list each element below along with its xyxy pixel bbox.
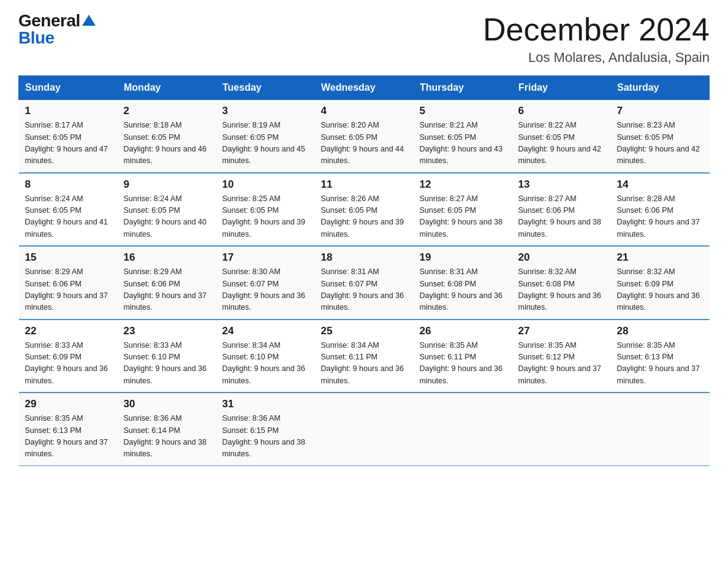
day-number: 26 bbox=[420, 325, 506, 337]
table-row: 9 Sunrise: 8:24 AM Sunset: 6:05 PM Dayli… bbox=[118, 173, 216, 247]
day-info: Sunrise: 8:26 AM Sunset: 6:05 PM Dayligh… bbox=[321, 193, 408, 241]
day-info: Sunrise: 8:22 AM Sunset: 6:05 PM Dayligh… bbox=[518, 120, 605, 167]
day-info: Sunrise: 8:30 AM Sunset: 6:07 PM Dayligh… bbox=[222, 266, 309, 314]
header-monday: Monday bbox=[118, 76, 216, 100]
header-thursday: Thursday bbox=[414, 76, 512, 100]
calendar-header: Sunday Monday Tuesday Wednesday Thursday… bbox=[19, 76, 710, 100]
table-row: 24 Sunrise: 8:34 AM Sunset: 6:10 PM Dayl… bbox=[216, 320, 315, 393]
day-info: Sunrise: 8:33 AM Sunset: 6:10 PM Dayligh… bbox=[124, 340, 210, 388]
header-friday: Friday bbox=[512, 76, 611, 100]
table-row: 13 Sunrise: 8:27 AM Sunset: 6:06 PM Dayl… bbox=[512, 173, 611, 247]
table-row: 8 Sunrise: 8:24 AM Sunset: 6:05 PM Dayli… bbox=[19, 173, 118, 247]
table-row: 21 Sunrise: 8:32 AM Sunset: 6:09 PM Dayl… bbox=[611, 246, 710, 320]
calendar-week-row: 29 Sunrise: 8:35 AM Sunset: 6:13 PM Dayl… bbox=[19, 393, 710, 465]
day-number: 4 bbox=[321, 105, 408, 117]
table-row bbox=[414, 393, 512, 465]
table-row: 5 Sunrise: 8:21 AM Sunset: 6:05 PM Dayli… bbox=[414, 100, 512, 173]
day-number: 7 bbox=[617, 105, 703, 117]
table-row: 10 Sunrise: 8:25 AM Sunset: 6:05 PM Dayl… bbox=[216, 173, 315, 247]
day-number: 5 bbox=[420, 105, 506, 117]
day-info: Sunrise: 8:20 AM Sunset: 6:05 PM Dayligh… bbox=[321, 120, 408, 167]
table-row: 18 Sunrise: 8:31 AM Sunset: 6:07 PM Dayl… bbox=[315, 246, 414, 320]
table-row: 31 Sunrise: 8:36 AM Sunset: 6:15 PM Dayl… bbox=[216, 393, 315, 465]
day-number: 15 bbox=[25, 251, 112, 264]
calendar-week-row: 8 Sunrise: 8:24 AM Sunset: 6:05 PM Dayli… bbox=[19, 173, 710, 247]
table-row: 14 Sunrise: 8:28 AM Sunset: 6:06 PM Dayl… bbox=[611, 173, 710, 247]
day-info: Sunrise: 8:32 AM Sunset: 6:08 PM Dayligh… bbox=[518, 266, 605, 314]
day-number: 31 bbox=[222, 398, 309, 410]
day-info: Sunrise: 8:28 AM Sunset: 6:06 PM Dayligh… bbox=[617, 193, 703, 241]
table-row: 15 Sunrise: 8:29 AM Sunset: 6:06 PM Dayl… bbox=[19, 246, 118, 320]
day-number: 16 bbox=[124, 251, 210, 264]
day-info: Sunrise: 8:27 AM Sunset: 6:06 PM Dayligh… bbox=[518, 193, 605, 241]
table-row bbox=[611, 393, 710, 465]
table-row bbox=[512, 393, 611, 465]
day-number: 23 bbox=[124, 325, 210, 337]
table-row: 30 Sunrise: 8:36 AM Sunset: 6:14 PM Dayl… bbox=[118, 393, 216, 465]
day-info: Sunrise: 8:31 AM Sunset: 6:08 PM Dayligh… bbox=[420, 266, 506, 314]
day-number: 8 bbox=[25, 178, 112, 191]
header-sunday: Sunday bbox=[19, 76, 118, 100]
day-info: Sunrise: 8:34 AM Sunset: 6:11 PM Dayligh… bbox=[321, 340, 408, 388]
day-info: Sunrise: 8:36 AM Sunset: 6:14 PM Dayligh… bbox=[124, 413, 210, 461]
table-row: 26 Sunrise: 8:35 AM Sunset: 6:11 PM Dayl… bbox=[414, 320, 512, 393]
table-row: 25 Sunrise: 8:34 AM Sunset: 6:11 PM Dayl… bbox=[315, 320, 414, 393]
title-block: December 2024 Los Molares, Andalusia, Sp… bbox=[483, 12, 710, 66]
day-info: Sunrise: 8:27 AM Sunset: 6:05 PM Dayligh… bbox=[420, 193, 506, 241]
table-row: 27 Sunrise: 8:35 AM Sunset: 6:12 PM Dayl… bbox=[512, 320, 611, 393]
day-info: Sunrise: 8:17 AM Sunset: 6:05 PM Dayligh… bbox=[25, 120, 112, 167]
day-info: Sunrise: 8:34 AM Sunset: 6:10 PM Dayligh… bbox=[222, 340, 309, 388]
day-number: 11 bbox=[321, 178, 408, 191]
table-row: 22 Sunrise: 8:33 AM Sunset: 6:09 PM Dayl… bbox=[19, 320, 118, 393]
day-number: 1 bbox=[25, 105, 112, 117]
day-number: 21 bbox=[617, 251, 703, 264]
day-number: 10 bbox=[222, 178, 309, 191]
day-number: 22 bbox=[25, 325, 112, 337]
day-info: Sunrise: 8:35 AM Sunset: 6:13 PM Dayligh… bbox=[617, 340, 703, 388]
weekday-header-row: Sunday Monday Tuesday Wednesday Thursday… bbox=[19, 76, 710, 100]
day-info: Sunrise: 8:19 AM Sunset: 6:05 PM Dayligh… bbox=[222, 120, 309, 167]
day-info: Sunrise: 8:36 AM Sunset: 6:15 PM Dayligh… bbox=[222, 413, 309, 461]
day-info: Sunrise: 8:25 AM Sunset: 6:05 PM Dayligh… bbox=[222, 193, 309, 241]
day-number: 25 bbox=[321, 325, 408, 337]
day-info: Sunrise: 8:35 AM Sunset: 6:13 PM Dayligh… bbox=[25, 413, 112, 461]
day-number: 6 bbox=[518, 105, 605, 117]
day-info: Sunrise: 8:18 AM Sunset: 6:05 PM Dayligh… bbox=[124, 120, 210, 167]
table-row: 7 Sunrise: 8:23 AM Sunset: 6:05 PM Dayli… bbox=[611, 100, 710, 173]
table-row: 12 Sunrise: 8:27 AM Sunset: 6:05 PM Dayl… bbox=[414, 173, 512, 247]
day-info: Sunrise: 8:23 AM Sunset: 6:05 PM Dayligh… bbox=[617, 120, 703, 167]
day-number: 18 bbox=[321, 251, 408, 264]
logo-general-text: General bbox=[18, 12, 80, 29]
table-row: 19 Sunrise: 8:31 AM Sunset: 6:08 PM Dayl… bbox=[414, 246, 512, 320]
page-header: General Blue December 2024 Los Molares, … bbox=[18, 12, 710, 66]
table-row: 2 Sunrise: 8:18 AM Sunset: 6:05 PM Dayli… bbox=[118, 100, 216, 173]
table-row: 3 Sunrise: 8:19 AM Sunset: 6:05 PM Dayli… bbox=[216, 100, 315, 173]
table-row: 11 Sunrise: 8:26 AM Sunset: 6:05 PM Dayl… bbox=[315, 173, 414, 247]
location-title: Los Molares, Andalusia, Spain bbox=[483, 50, 710, 66]
day-number: 17 bbox=[222, 251, 309, 264]
day-info: Sunrise: 8:29 AM Sunset: 6:06 PM Dayligh… bbox=[124, 266, 210, 314]
day-info: Sunrise: 8:32 AM Sunset: 6:09 PM Dayligh… bbox=[617, 266, 703, 314]
svg-marker-0 bbox=[82, 15, 96, 26]
day-info: Sunrise: 8:35 AM Sunset: 6:12 PM Dayligh… bbox=[518, 340, 605, 388]
table-row: 4 Sunrise: 8:20 AM Sunset: 6:05 PM Dayli… bbox=[315, 100, 414, 173]
day-info: Sunrise: 8:33 AM Sunset: 6:09 PM Dayligh… bbox=[25, 340, 112, 388]
day-info: Sunrise: 8:31 AM Sunset: 6:07 PM Dayligh… bbox=[321, 266, 408, 314]
calendar-week-row: 22 Sunrise: 8:33 AM Sunset: 6:09 PM Dayl… bbox=[19, 320, 710, 393]
table-row: 23 Sunrise: 8:33 AM Sunset: 6:10 PM Dayl… bbox=[118, 320, 216, 393]
table-row: 20 Sunrise: 8:32 AM Sunset: 6:08 PM Dayl… bbox=[512, 246, 611, 320]
day-number: 20 bbox=[518, 251, 605, 264]
table-row bbox=[315, 393, 414, 465]
table-row: 29 Sunrise: 8:35 AM Sunset: 6:13 PM Dayl… bbox=[19, 393, 118, 465]
day-number: 2 bbox=[124, 105, 210, 117]
table-row: 17 Sunrise: 8:30 AM Sunset: 6:07 PM Dayl… bbox=[216, 246, 315, 320]
table-row: 6 Sunrise: 8:22 AM Sunset: 6:05 PM Dayli… bbox=[512, 100, 611, 173]
day-number: 29 bbox=[25, 398, 112, 410]
day-number: 13 bbox=[518, 178, 605, 191]
day-number: 19 bbox=[420, 251, 506, 264]
day-info: Sunrise: 8:24 AM Sunset: 6:05 PM Dayligh… bbox=[124, 193, 210, 241]
header-tuesday: Tuesday bbox=[216, 76, 315, 100]
day-info: Sunrise: 8:21 AM Sunset: 6:05 PM Dayligh… bbox=[420, 120, 506, 167]
table-row: 16 Sunrise: 8:29 AM Sunset: 6:06 PM Dayl… bbox=[118, 246, 216, 320]
day-info: Sunrise: 8:29 AM Sunset: 6:06 PM Dayligh… bbox=[25, 266, 112, 314]
